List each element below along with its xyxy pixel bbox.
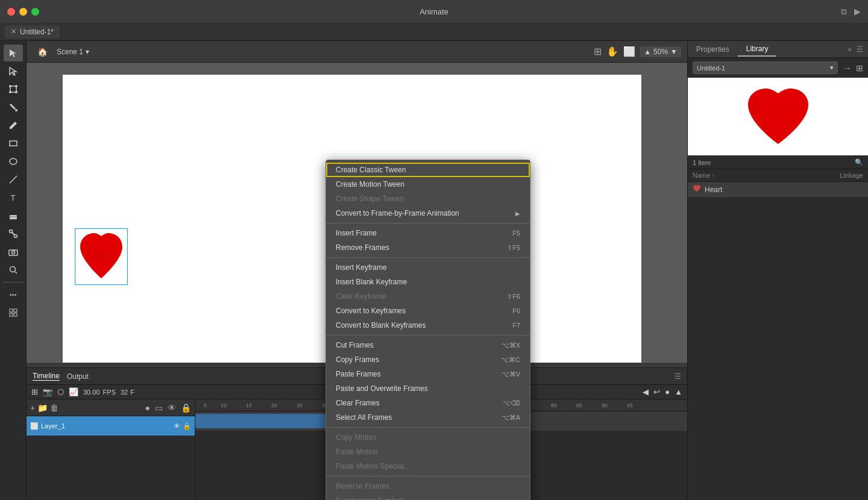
layer-actions: + 📁 🗑 ● ▭ 👁 🔒 bbox=[27, 399, 195, 416]
output-tab[interactable]: Output bbox=[67, 372, 89, 381]
layer-vis-icon[interactable]: 👁 bbox=[174, 422, 180, 430]
more-tools[interactable]: ••• bbox=[4, 286, 23, 303]
svg-line-8 bbox=[10, 176, 17, 183]
properties-tab[interactable]: Properties bbox=[688, 43, 738, 56]
ctx-insert-frame[interactable]: Insert Frame F5 bbox=[326, 226, 530, 240]
search-icon[interactable]: 🔍 bbox=[855, 158, 863, 166]
heart-item-name: Heart bbox=[705, 186, 722, 194]
undo-icon[interactable]: ↩ bbox=[653, 387, 660, 396]
play-icon[interactable]: ▶ bbox=[854, 7, 861, 17]
home-icon[interactable]: 🏠 bbox=[33, 43, 52, 60]
ctx-copy-frames[interactable]: Copy Frames ⌥⌘C bbox=[326, 352, 530, 367]
graph-icon[interactable]: 📈 bbox=[69, 387, 78, 396]
lib-link-icon[interactable]: → bbox=[843, 63, 851, 73]
panel-menu-icon[interactable]: ☰ bbox=[857, 45, 863, 54]
select-tool[interactable] bbox=[4, 45, 23, 61]
add-folder-icon[interactable]: 📁 bbox=[37, 403, 48, 413]
frame-marker-85: 85 bbox=[576, 402, 582, 408]
camera-icon[interactable]: 📷 bbox=[43, 387, 52, 396]
rectangle-tool[interactable] bbox=[4, 135, 23, 152]
svg-point-16 bbox=[10, 267, 15, 272]
text-tool[interactable]: T bbox=[4, 189, 23, 206]
ctx-sep1 bbox=[326, 223, 530, 223]
free-transform-tool[interactable] bbox=[4, 81, 23, 98]
ctx-convert-frame-by-frame[interactable]: Convert to Frame-by-Frame Animation bbox=[326, 206, 530, 220]
paint-bucket-tool[interactable] bbox=[4, 99, 23, 116]
zoom-value: 50% bbox=[653, 48, 668, 56]
layer-name: Layer_1 bbox=[41, 422, 65, 430]
title-bar: Animate ⧉ ▶ bbox=[0, 0, 868, 23]
hand-tool-icon[interactable]: ✋ bbox=[606, 46, 618, 57]
ctx-paste-overwrite[interactable]: Paste and Overwrite Frames bbox=[326, 381, 530, 396]
ctx-insert-keyframe[interactable]: Insert Keyframe bbox=[326, 260, 530, 275]
heart-object[interactable] bbox=[77, 230, 125, 283]
clip-icon[interactable]: ⬜ bbox=[623, 46, 635, 57]
name-column[interactable]: Name ↑ bbox=[693, 172, 840, 179]
lock-layer-icon[interactable]: 🔒 bbox=[181, 403, 191, 413]
ctx-paste-frames[interactable]: Paste Frames ⌥⌘V bbox=[326, 367, 530, 381]
ctx-clear-frames[interactable]: Clear Frames ⌥⌫ bbox=[326, 396, 530, 410]
svg-line-13 bbox=[12, 233, 14, 235]
document-tab[interactable]: ✕ Untitled-1* bbox=[5, 25, 60, 39]
ctx-cut-frames[interactable]: Cut Frames ⌥⌘X bbox=[326, 338, 530, 352]
ctx-select-all-frames[interactable]: Select All Frames ⌥⌘A bbox=[326, 410, 530, 425]
line-tool[interactable] bbox=[4, 171, 23, 188]
ctx-sep2 bbox=[326, 257, 530, 258]
delete-layer-icon[interactable]: 🗑 bbox=[50, 403, 58, 413]
timeline-tab[interactable]: Timeline bbox=[33, 372, 60, 381]
subselect-tool[interactable] bbox=[4, 63, 23, 80]
library-selector[interactable]: Untitled-1 ▾ bbox=[693, 61, 838, 74]
left-toolbar: T ••• bbox=[0, 41, 27, 500]
svg-rect-19 bbox=[14, 309, 17, 312]
frame-marker-10: 10 bbox=[221, 402, 227, 408]
ctx-label: Create Classic Tween bbox=[336, 166, 406, 174]
layer-lock-icon2[interactable]: 🔒 bbox=[183, 422, 191, 430]
linkage-column[interactable]: Linkage bbox=[840, 172, 863, 179]
zoom-control[interactable]: ▲ 50% ▼ bbox=[640, 46, 681, 57]
ctx-create-classic-tween[interactable]: Create Classic Tween bbox=[326, 163, 530, 177]
app-title: Animate bbox=[420, 7, 448, 16]
close-button[interactable] bbox=[7, 8, 15, 16]
library-tab[interactable]: Library bbox=[738, 42, 777, 57]
fullscreen-button[interactable] bbox=[31, 8, 39, 16]
distribute-icon[interactable]: ⬡ bbox=[57, 387, 64, 396]
svg-point-7 bbox=[10, 158, 17, 164]
layer-row[interactable]: ⬜ Layer_1 👁 🔒 bbox=[27, 416, 195, 436]
zoom-tool[interactable] bbox=[4, 261, 23, 278]
ctx-remove-frames[interactable]: Remove Frames ⇧F5 bbox=[326, 240, 530, 255]
add-layer-icon[interactable]: + bbox=[30, 403, 35, 413]
scene-selector[interactable]: Scene 1 ▾ bbox=[57, 48, 89, 56]
layers-icon[interactable]: ⊞ bbox=[31, 387, 38, 396]
heart-item-icon bbox=[693, 184, 701, 195]
tab-close-icon[interactable]: ✕ bbox=[11, 28, 16, 36]
panel-arrow-icon[interactable]: » bbox=[848, 45, 852, 54]
minimize-button[interactable] bbox=[19, 8, 27, 16]
svg-rect-18 bbox=[10, 309, 13, 312]
oval-tool[interactable] bbox=[4, 153, 23, 170]
eraser-tool[interactable] bbox=[4, 207, 23, 224]
library-item-heart[interactable]: Heart bbox=[688, 182, 868, 197]
frame-block[interactable] bbox=[195, 414, 340, 428]
camera-tool[interactable] bbox=[4, 243, 23, 260]
rect-layer-icon[interactable]: ▭ bbox=[155, 403, 163, 413]
eye-layer-icon[interactable]: 👁 bbox=[168, 403, 176, 413]
ctx-insert-blank-keyframe[interactable]: Insert Blank Keyframe bbox=[326, 275, 530, 289]
dot-layer-icon[interactable]: ● bbox=[145, 403, 150, 413]
arrow-left-icon[interactable]: ◀ bbox=[643, 387, 649, 396]
ctx-convert-to-blank-keyframes[interactable]: Convert to Blank Keyframes F7 bbox=[326, 318, 530, 333]
fit-icon[interactable]: ⊞ bbox=[594, 46, 602, 57]
ctx-create-motion-tween[interactable]: Create Motion Tween bbox=[326, 177, 530, 192]
lib-expand-icon[interactable]: ⊞ bbox=[856, 63, 863, 73]
right-panel: Properties Library » ☰ Untitled-1 ▾ → ⊞ … bbox=[687, 41, 868, 500]
window-mode-icon[interactable]: ⧉ bbox=[841, 7, 847, 17]
bone-tool[interactable] bbox=[4, 225, 23, 242]
pencil-tool[interactable] bbox=[4, 117, 23, 134]
snap-to-grid[interactable] bbox=[4, 304, 23, 321]
dot-icon[interactable]: ● bbox=[665, 387, 670, 396]
mountain-icon[interactable]: ▲ bbox=[675, 387, 682, 396]
ctx-convert-to-keyframes[interactable]: Convert to Keyframes F6 bbox=[326, 304, 530, 318]
svg-point-3 bbox=[9, 91, 11, 93]
svg-point-5 bbox=[15, 109, 17, 111]
svg-point-11 bbox=[9, 230, 12, 233]
timeline-options-icon[interactable]: ☰ bbox=[675, 372, 681, 381]
